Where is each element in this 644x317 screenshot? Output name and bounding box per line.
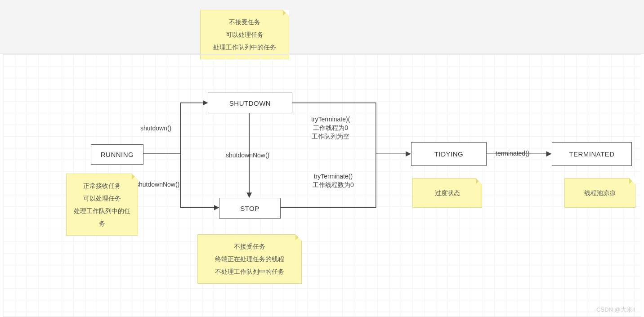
edge-label-shutdownnow: shutdownNow() bbox=[136, 180, 179, 189]
edge-label-stop-to-tidying: tryTerminate() 工作线程数为0 bbox=[313, 172, 354, 189]
note-line: 处理工作队列中的任务 bbox=[213, 44, 276, 51]
edge-label-line: 工作线程为0 bbox=[313, 124, 348, 131]
note-tidying: 过度状态 bbox=[412, 178, 482, 208]
note-running: 正常接收任务 可以处理任务 处理工作队列中的任务 bbox=[66, 174, 138, 236]
note-stop: 不接受任务 终端正在处理任务的线程 不处理工作队列中的任务 bbox=[197, 234, 302, 284]
edge-label-line: 工作队列为空 bbox=[312, 133, 349, 140]
state-label: TERMINATED bbox=[569, 150, 614, 158]
state-tidying: TIDYING bbox=[411, 142, 487, 166]
watermark: CSDN @大米II bbox=[596, 306, 635, 314]
state-stop: STOP bbox=[219, 198, 281, 219]
note-line: 不处理工作队列中的任务 bbox=[215, 268, 284, 275]
edge-label-terminated: terminated() bbox=[496, 149, 529, 158]
state-label: RUNNING bbox=[101, 151, 134, 158]
edge-label-shutdown-to-stop: shutdownNow() bbox=[226, 151, 269, 160]
diagram-canvas: RUNNING SHUTDOWN STOP TIDYING TERMINATED… bbox=[3, 54, 641, 317]
note-line: 处理工作队列中的任务 bbox=[74, 207, 130, 227]
state-label: STOP bbox=[240, 205, 259, 212]
note-line: 不接受任务 bbox=[229, 18, 260, 26]
state-label: TIDYING bbox=[434, 150, 463, 158]
note-line: 不接受任务 bbox=[234, 243, 265, 250]
note-line: 终端正在处理任务的线程 bbox=[215, 255, 284, 263]
note-shutdown: 不接受任务 可以处理任务 处理工作队列中的任务 bbox=[200, 10, 289, 59]
top-band: 不接受任务 可以处理任务 处理工作队列中的任务 bbox=[0, 0, 644, 54]
edge-label-line: tryTerminate() bbox=[314, 173, 353, 180]
edge-label-shutdown: shutdown() bbox=[140, 124, 171, 133]
note-line: 可以处理任务 bbox=[83, 195, 121, 202]
note-line: 线程池凉凉 bbox=[584, 189, 616, 196]
edge-label-line: 工作线程数为0 bbox=[313, 181, 354, 188]
note-line: 过度状态 bbox=[435, 189, 460, 196]
note-terminated: 线程池凉凉 bbox=[564, 178, 635, 208]
edge-label-shutdown-to-tidying: tryTerminate)( 工作线程为0 工作队列为空 bbox=[311, 115, 350, 141]
state-label: SHUTDOWN bbox=[229, 99, 271, 107]
note-line: 可以处理任务 bbox=[226, 31, 264, 38]
note-line: 正常接收任务 bbox=[83, 182, 121, 189]
edge-label-line: tryTerminate)( bbox=[311, 116, 350, 123]
state-shutdown: SHUTDOWN bbox=[208, 93, 292, 113]
state-terminated: TERMINATED bbox=[552, 142, 632, 166]
state-running: RUNNING bbox=[91, 144, 143, 165]
